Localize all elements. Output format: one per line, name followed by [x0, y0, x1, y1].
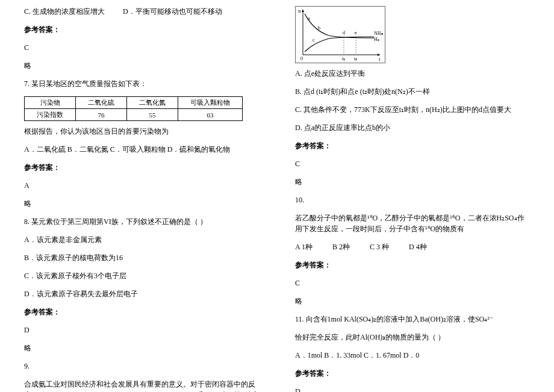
- table-header: 污染物: [25, 97, 76, 109]
- q10-option-c: C 3 种: [370, 241, 389, 252]
- q6-answer: C: [24, 42, 259, 53]
- table-header: 可吸入颗粒物: [178, 97, 243, 109]
- point-e: e: [355, 30, 357, 36]
- q7-options: A．二氧化硫 B．二氧化氮 C．可吸入颗粒物 D．硫和氮的氧化物: [24, 144, 259, 155]
- point-b: b: [318, 25, 320, 31]
- q7-answer: A: [24, 180, 259, 191]
- q8-option-c: C．该元素原子核外有3个电子层: [24, 270, 259, 281]
- q6-option-c: C. 生成物的浓度相应增大: [24, 7, 105, 16]
- q10-stem: 若乙酸分子中的氧都是¹⁸O，乙醇分子中的氧都是¹⁶O，二者在浓H₂SO₄作用下发…: [295, 213, 530, 234]
- series-nh3: NH₃: [374, 31, 383, 36]
- q7-table: 污染物 二氧化硫 二氧化氮 可吸入颗粒物 污染指数 76 55 63: [24, 96, 243, 121]
- q8-stem: 8. 某元素位于第三周期第VI族，下列叙述不正确的是（ ）: [24, 216, 259, 227]
- table-header: 二氧化氮: [127, 97, 178, 109]
- q10-option-b: B 2种: [332, 241, 350, 252]
- q7-stem: 7. 某日某地区的空气质量报告如下表：: [24, 78, 259, 89]
- q11-answer: D: [295, 386, 530, 392]
- q10-number: 10.: [295, 194, 530, 205]
- q9-skip: 略: [295, 176, 530, 187]
- svg-text:0: 0: [300, 56, 303, 61]
- q9-option-d: D. 点a的正反应速率比点b的小: [295, 122, 530, 133]
- q8-skip: 略: [24, 343, 259, 353]
- q7-stem2: 根据报告，你认为该地区当日的首要污染物为: [24, 126, 259, 137]
- reference-answer-label: 参考答案：: [295, 140, 530, 151]
- q8-option-d: D．该元素原子容易失去最外层电子: [24, 288, 259, 299]
- axis-label-y: n: [298, 8, 301, 14]
- point-d: d: [343, 30, 345, 36]
- table-row: 污染指数 76 55 63: [25, 109, 243, 121]
- q8-option-b: B．该元素原子的核电荷数为16: [24, 252, 259, 263]
- q8-option-a: A．该元素是非金属元素: [24, 234, 259, 245]
- q9-option-b: B. 点d (t₁时刻)和点e (t₂时刻)处n(N₂)不一样: [295, 86, 530, 97]
- tick-t1: t₁: [342, 56, 345, 61]
- table-cell: 55: [127, 109, 178, 121]
- q9-option-c: C. 其他条件不变，773K下反应至t₁时刻，n(H₂)比上图中的d点值要大: [295, 104, 530, 115]
- chart-svg: n t a b c d e t₁ t₂ NH₃ H₂ 0: [296, 7, 386, 64]
- reference-answer-label: 参考答案：: [295, 260, 530, 270]
- q11-stem-line2: 恰好完全反应，此时Al(OH)₃的物质的量为（ ）: [295, 332, 530, 343]
- q7-skip: 略: [24, 198, 259, 209]
- table-cell: 76: [76, 109, 127, 121]
- q10-options: A 1种 B 2种 C 3 种 D 4种: [295, 241, 530, 252]
- table-header: 二氧化硫: [76, 97, 127, 109]
- q10-option-a: A 1种: [295, 241, 313, 252]
- reference-answer-label: 参考答案：: [24, 306, 259, 317]
- reference-answer-label: 参考答案：: [295, 368, 530, 379]
- q9-option-a: A. 点e处反应达到平衡: [295, 68, 530, 79]
- reference-answer-label: 参考答案：: [24, 162, 259, 173]
- series-h2: H₂: [374, 37, 379, 42]
- tick-t2: t₂: [354, 56, 357, 61]
- q11-options: A．1mol B．1. 33mol C．1. 67mol D．0: [295, 350, 530, 361]
- table-row: 污染物 二氧化硫 二氧化氮 可吸入颗粒物: [25, 97, 243, 109]
- q10-option-d: D 4种: [409, 241, 427, 252]
- point-c: c: [313, 37, 315, 43]
- table-cell: 污染指数: [25, 109, 76, 121]
- q6-options: C. 生成物的浓度相应增大 D．平衡可能移动也可能不移动: [24, 6, 259, 17]
- q9-answer: C: [295, 158, 530, 169]
- q10-answer: C: [295, 278, 530, 288]
- q10-skip: 略: [295, 296, 530, 306]
- q9-chart: n t a b c d e t₁ t₂ NH₃ H₂ 0: [295, 6, 385, 63]
- q6-option-d: D．平衡可能移动也可能不移动: [123, 7, 222, 16]
- q9-stem: 合成氨工业对国民经济和社会发展具有重要的意义。对于密闭容器中的反应：N₂(g)+…: [24, 379, 259, 392]
- point-a: a: [308, 16, 310, 21]
- q11-stem-line1: 11. 向含有1mol KAl(SO₄)₂的溶液中加入Ba(OH)₂溶液，使SO…: [295, 314, 530, 325]
- table-cell: 63: [178, 109, 243, 121]
- reference-answer-label: 参考答案：: [24, 24, 259, 35]
- q9-number: 9.: [24, 361, 259, 372]
- q6-skip: 略: [24, 60, 259, 71]
- q8-answer: D: [24, 325, 259, 335]
- axis-label-x: t: [379, 56, 381, 62]
